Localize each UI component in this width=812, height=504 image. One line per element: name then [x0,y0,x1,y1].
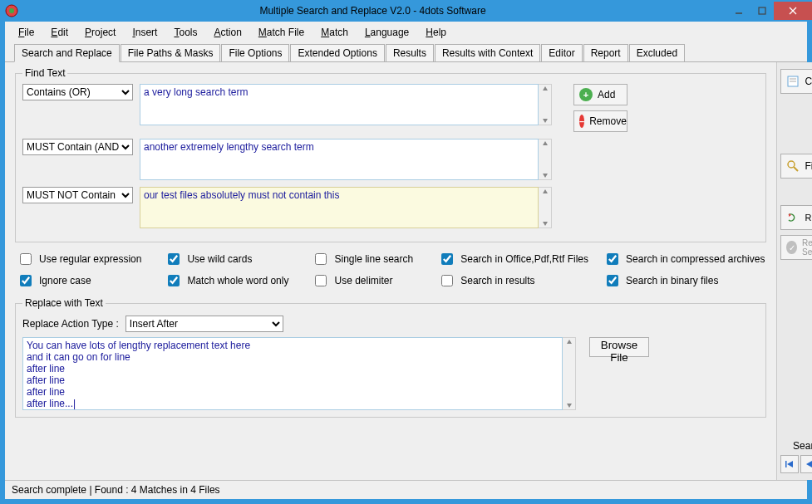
clear-icon [786,75,800,88]
tab-results-with-context[interactable]: Results with Context [435,44,540,62]
svg-point-1 [9,8,14,13]
menubar: FileEditProjectInsertToolsActionMatch Fi… [5,22,807,43]
status-text: Search complete | Found : 4 Matches in 4… [12,484,220,496]
search-count-label: Search 1 / 1 [780,440,812,452]
app-icon [5,4,18,17]
replace-selected-button: ✓ Replace Selected [780,235,812,260]
find-mode-select[interactable]: Contains (OR) [22,84,133,100]
find-text-group: Find Text Contains (OR)+Add–RemoveMUST C… [15,67,766,242]
svg-marker-10 [543,189,548,193]
opt-wildcards[interactable]: Use wild cards [165,251,288,267]
tab-file-paths-masks[interactable]: File Paths & Masks [121,44,221,62]
menu-action[interactable]: Action [207,25,248,40]
find-text-input[interactable] [140,187,539,228]
opt-regex[interactable]: Use regular expression [17,251,141,267]
svg-marker-21 [787,461,793,467]
opt-compressed[interactable]: Search in compressed archives [603,251,765,267]
opt-office[interactable]: Search in Office,Pdf,Rtf Files [438,251,588,267]
replace-legend: Replace with Text [22,297,106,309]
scrollbar[interactable] [539,139,552,180]
find-text-input[interactable] [140,139,539,180]
replace-group: Replace with Text Replace Action Type : … [15,297,766,418]
opt-wholeword[interactable]: Match whole word only [165,272,288,289]
opt-binary[interactable]: Search in binary files [603,272,765,289]
find-text-legend: Find Text [22,67,67,79]
replace-all-icon [786,211,800,224]
remove-button[interactable]: –Remove [573,110,627,132]
plus-icon: + [579,88,593,101]
svg-marker-8 [543,141,548,145]
clear-button[interactable]: Clear [780,69,812,94]
scrollbar[interactable] [563,337,576,410]
menu-match-file[interactable]: Match File [252,25,311,40]
svg-marker-7 [543,119,548,123]
find-mode-select[interactable]: MUST Contain (AND) [22,139,133,155]
svg-marker-11 [543,222,548,226]
replace-action-label: Replace Action Type : [22,318,119,330]
scrollbar[interactable] [539,187,552,228]
tab-strip: Search and ReplaceFile Paths & MasksFile… [5,43,807,62]
find-row: Contains (OR)+Add–Remove [22,84,759,132]
svg-marker-9 [543,174,548,178]
svg-rect-3 [759,7,765,14]
scrollbar[interactable] [539,84,552,125]
tab-search-and-replace[interactable]: Search and Replace [14,44,120,62]
replace-action-type[interactable]: Insert After [125,316,283,332]
find-mode-select[interactable]: MUST NOT Contain (NOT) [22,187,133,203]
magnifier-icon [786,159,800,173]
find-button[interactable]: Find [780,154,812,179]
window-title: Multiple Search and Replace V2.0 - 4dots… [18,5,727,17]
replace-text[interactable] [22,337,563,410]
menu-insert[interactable]: Insert [125,25,164,40]
tab-results[interactable]: Results [386,44,434,62]
tab-extended-options[interactable]: Extended Options [290,44,384,62]
minus-icon: – [579,115,584,128]
tab-report[interactable]: Report [583,44,628,62]
minimize-button[interactable] [727,2,750,20]
opt-delimiter[interactable]: Use delimiter [312,272,413,289]
maximize-button[interactable] [750,2,774,20]
find-row: MUST NOT Contain (NOT) [22,187,759,228]
menu-language[interactable]: Language [358,25,416,40]
find-text-input[interactable] [140,84,539,125]
menu-edit[interactable]: Edit [44,25,75,40]
nav-first-button[interactable] [780,455,799,473]
tab-excluded[interactable]: Excluded [629,44,685,62]
browse-file-button[interactable]: Browse File [589,337,649,357]
svg-marker-13 [567,404,572,408]
tab-file-options[interactable]: File Options [221,44,289,62]
nav-prev-button[interactable] [800,455,812,473]
svg-marker-22 [806,461,812,467]
menu-help[interactable]: Help [419,25,453,40]
opt-ignorecase[interactable]: Ignore case [17,272,141,289]
close-button[interactable] [774,2,812,20]
find-row: MUST Contain (AND) [22,139,759,180]
menu-file[interactable]: File [12,25,41,40]
opt-results[interactable]: Search in results [438,272,588,289]
menu-match[interactable]: Match [314,25,355,40]
svg-marker-12 [567,340,572,344]
menu-project[interactable]: Project [78,25,122,40]
tab-editor[interactable]: Editor [541,44,582,62]
check-icon: ✓ [786,241,797,254]
svg-point-17 [788,161,795,168]
opt-singleline[interactable]: Single line search [312,251,413,267]
svg-line-18 [794,167,798,171]
replace-all-button[interactable]: Replace All [780,205,812,230]
menu-tools[interactable]: Tools [167,25,204,40]
svg-marker-6 [543,86,548,91]
add-button[interactable]: +Add [573,84,627,105]
svg-rect-20 [785,461,787,467]
